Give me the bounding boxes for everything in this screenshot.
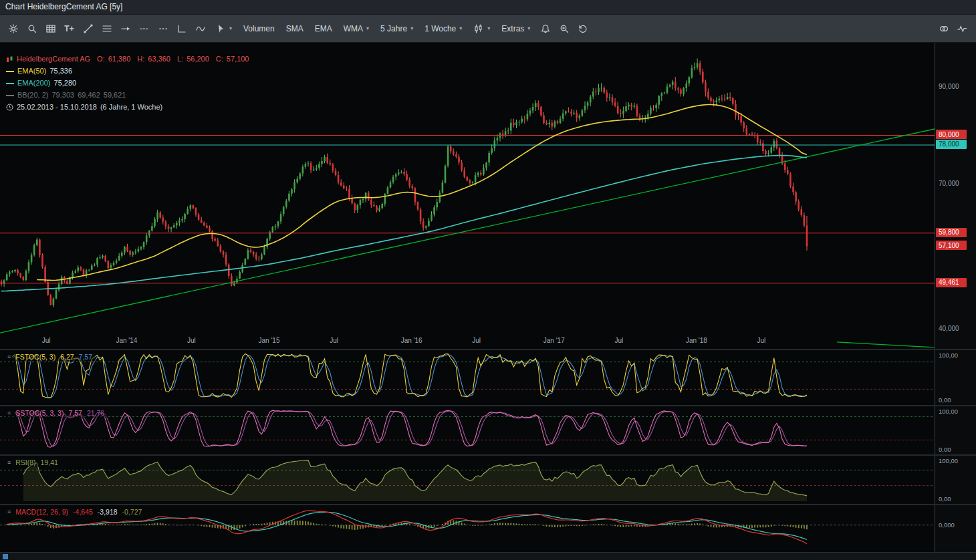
toolbar: T+▾VolumenSMAEMAWMA▾5 Jahre▾1 Woche▾▾Ext…: [0, 15, 976, 43]
dashed-line-tool-button[interactable]: [135, 19, 153, 37]
x-label-3: Jan '15: [259, 337, 280, 344]
low-label: L:: [177, 54, 183, 64]
pointer-icon: [215, 23, 226, 34]
ema200-legend-row[interactable]: EMA(200) 75,280: [4, 78, 80, 89]
fstoc-label: FSTOC(5, 3): [15, 353, 55, 361]
chart-type-dropdown[interactable]: ▾: [468, 19, 495, 38]
main-y-axis: 90,00070,00040,00080,00078,00059,80057,1…: [935, 43, 976, 349]
ema200-label: EMA(200): [17, 78, 51, 88]
macd-y-axis: 0,000: [935, 505, 976, 552]
volume-button[interactable]: Volumen: [238, 20, 280, 37]
chevron-down-icon: ▾: [459, 26, 462, 31]
compare-icon: [939, 23, 949, 34]
curve-tool-button[interactable]: [191, 19, 209, 37]
interval-dropdown[interactable]: 1 Woche▾: [419, 20, 467, 37]
indicator-panels: ≡FSTOC(5, 3)6,277,57100,000,00≡SSTOC(5, …: [0, 350, 976, 552]
main-chart-legend: HeidelbergCement AG O:61,380 H:63,360 L:…: [4, 53, 253, 114]
bollinger-legend-row[interactable]: BB(20, 2) 79,303 69,462 59,621: [4, 90, 129, 101]
x-label-1: Jan '14: [116, 337, 137, 344]
macd-legend[interactable]: ≡MACD(12, 26, 9)-4,645-3,918-0,727: [4, 507, 145, 517]
undo-button[interactable]: [574, 19, 592, 37]
sstoc-panel[interactable]: ≡SSTOC(5, 3, 3)7,5721,76100,000,00: [0, 406, 976, 454]
date-range-period: (6 Jahre, 1 Woche): [100, 102, 162, 112]
zoom-in-button[interactable]: [555, 19, 573, 37]
fstoc-legend[interactable]: ≡FSTOC(5, 3)6,277,57: [4, 352, 96, 362]
extras-dropdown-label: Extras: [501, 24, 524, 33]
range-dropdown[interactable]: 5 Jahre▾: [375, 20, 418, 37]
chart-scrollbar[interactable]: [0, 552, 976, 560]
fstoc-panel[interactable]: ≡FSTOC(5, 3)6,277,57100,000,00: [0, 350, 976, 405]
ema50-value: 75,336: [49, 66, 72, 76]
fstoc-k-line: [12, 354, 807, 398]
low-value: 56,200: [187, 54, 209, 64]
pulse-icon: [957, 23, 967, 34]
interval-dropdown-label: 1 Woche: [424, 24, 456, 33]
horizontal-ray-tool-button[interactable]: [116, 19, 134, 37]
instrument-legend-row[interactable]: HeidelbergCement AG O:61,380 H:63,360 L:…: [4, 53, 253, 65]
polyline-tool-button[interactable]: [172, 19, 191, 37]
rsi-panel[interactable]: ≡RSI(8)19,41100,000,00: [0, 456, 976, 504]
trendline-tool-button[interactable]: [79, 19, 97, 37]
fstoc-y-axis: 100,000,00: [935, 350, 976, 405]
macd-panel[interactable]: ≡MACD(12, 26, 9)-4,645-3,918-0,7270,000: [0, 505, 976, 552]
wma-dropdown[interactable]: WMA▾: [338, 20, 374, 37]
high-label: H:: [137, 54, 144, 64]
sstoc-axis-label-1: 100,00: [939, 408, 958, 415]
fstoc-chart-svg: [0, 350, 935, 405]
bollinger-value-3: 59,621: [104, 90, 126, 100]
sstoc-label: SSTOC(5, 3, 3): [15, 409, 64, 417]
indicator-list-button[interactable]: [953, 20, 971, 38]
sstoc-value-1: 7,57: [68, 409, 82, 417]
candlestick-mini-icon: [6, 55, 13, 63]
fstoc-value-2: 7,57: [79, 353, 92, 361]
date-range-text: 25.02.2013 - 15.10.2018: [17, 102, 97, 112]
sma-button-label: SMA: [286, 24, 303, 33]
search-button[interactable]: [23, 19, 41, 37]
x-label-2: Jul: [187, 337, 196, 344]
sstoc-legend[interactable]: ≡SSTOC(5, 3, 3)7,5721,76: [4, 408, 108, 418]
text-tool-button[interactable]: T+: [60, 19, 78, 37]
hline-ray-icon: [120, 23, 131, 34]
price-badge-49461: 49,461: [936, 278, 967, 287]
ema-button[interactable]: EMA: [310, 20, 338, 37]
grid-icon: [45, 23, 56, 34]
close-value: 57,100: [227, 54, 249, 64]
main-chart-panel[interactable]: HeidelbergCement AG O:61,380 H:63,360 L:…: [0, 43, 976, 349]
alert-button[interactable]: [536, 19, 554, 37]
sstoc-k-line: [15, 410, 808, 447]
price-badge-78000: 78,000: [936, 140, 967, 149]
scrollbar-handle[interactable]: [3, 554, 8, 559]
fib-icon: [102, 23, 112, 34]
pointer-tool-dropdown[interactable]: ▾: [210, 19, 237, 38]
rsi-legend[interactable]: ≡RSI(8)19,41: [4, 458, 62, 467]
trendline-icon: [83, 23, 94, 34]
ema50-legend-row[interactable]: EMA(50) 75,336: [4, 65, 76, 77]
layout-grid-button[interactable]: [41, 19, 59, 37]
close-label: C:: [216, 54, 223, 64]
x-label-7: Jan '17: [543, 337, 565, 344]
x-label-5: Jan '16: [401, 337, 422, 344]
fibonacci-tool-button[interactable]: [98, 19, 116, 37]
compare-button[interactable]: [935, 20, 953, 38]
rsi-fill: [23, 460, 807, 501]
ema50-label: EMA(50): [17, 66, 46, 76]
rsi-chart-svg: [0, 456, 935, 504]
bell-icon: [540, 23, 551, 34]
dots-icon: [158, 23, 168, 34]
y-tick-40000: 40,000: [939, 325, 959, 332]
dotted-line-tool-button[interactable]: [154, 19, 172, 37]
toolbar-right-group: [935, 15, 971, 43]
dashline-icon: [139, 23, 150, 34]
wave-icon: [195, 23, 206, 34]
macd-value-1: -4,645: [73, 508, 93, 516]
sstoc-axis-label-2: 0,00: [939, 446, 951, 453]
sma-button[interactable]: SMA: [281, 20, 309, 37]
macd-value-3: -0,727: [122, 508, 142, 516]
undo-icon: [578, 23, 588, 34]
settings-button[interactable]: [4, 19, 22, 37]
extras-dropdown[interactable]: Extras▾: [496, 20, 535, 37]
macd-label: MACD(12, 26, 9): [15, 508, 68, 516]
volume-button-label: Volumen: [243, 24, 275, 33]
x-label-6: Jul: [472, 337, 481, 344]
sstoc-y-axis: 100,000,00: [935, 406, 976, 454]
